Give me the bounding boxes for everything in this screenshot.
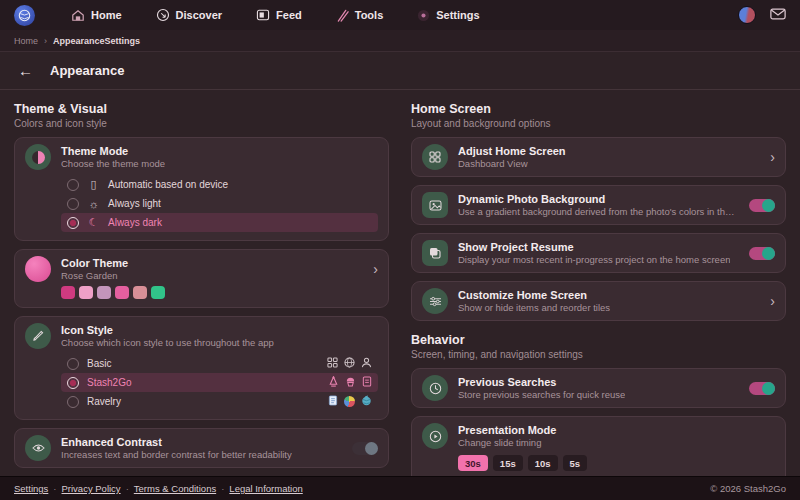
footer-links: Settings · Privacy Policy · Terms & Cond… xyxy=(14,483,303,494)
swatch-pink xyxy=(115,286,129,299)
grid-icon xyxy=(422,144,448,170)
theme-option-automatic[interactable]: ▯ Automatic based on device xyxy=(61,175,378,194)
theme-option-light[interactable]: ☼ Always light xyxy=(61,194,378,213)
footer-link-privacy[interactable]: Privacy Policy xyxy=(62,483,121,494)
card-title: Previous Searches xyxy=(458,376,625,388)
radio-icon xyxy=(67,358,79,370)
page-icon xyxy=(328,395,338,408)
section-title: Home Screen xyxy=(411,102,786,116)
card-enhanced-contrast: Enhanced Contrast Increases text and bor… xyxy=(14,428,389,468)
clock-icon xyxy=(422,375,448,401)
nav-item-label: Discover xyxy=(176,9,222,21)
timing-chip-30s[interactable]: 30s xyxy=(458,455,488,471)
footer-link-legal[interactable]: Legal Information xyxy=(229,483,302,494)
card-title: Show Project Resume xyxy=(458,241,730,253)
nav-item-tools[interactable]: Tools xyxy=(324,9,396,22)
footer-link-settings[interactable]: Settings xyxy=(14,483,48,494)
card-previous-searches: Previous Searches Store previous searche… xyxy=(411,368,786,408)
breadcrumb-current: AppearanceSettings xyxy=(53,36,140,46)
icon-style-option-basic[interactable]: Basic xyxy=(61,354,378,373)
card-title: Enhanced Contrast xyxy=(61,436,292,448)
card-subtitle: Display your most recent in-progress pro… xyxy=(458,254,730,265)
card-title: Adjust Home Screen xyxy=(458,145,566,157)
nav-item-discover[interactable]: Discover xyxy=(144,8,234,22)
theme-mode-icon xyxy=(25,144,51,170)
card-subtitle: Choose the theme mode xyxy=(61,158,165,169)
option-label: Stash2Go xyxy=(87,377,131,388)
nav-item-label: Settings xyxy=(436,9,479,21)
timing-chip-10s[interactable]: 10s xyxy=(528,455,558,471)
card-adjust-home-screen[interactable]: Adjust Home Screen Dashboard View › xyxy=(411,137,786,177)
project-resume-toggle[interactable] xyxy=(749,247,775,260)
section-title: Behavior xyxy=(411,333,786,347)
timing-chips: 30s 15s 10s 5s xyxy=(458,455,775,471)
sun-icon: ☼ xyxy=(87,198,100,210)
dynamic-photo-toggle[interactable] xyxy=(749,199,775,212)
mail-icon[interactable] xyxy=(770,6,786,24)
top-nav: Home Discover Feed Tools Settings xyxy=(0,0,800,30)
section-title: Theme & Visual xyxy=(14,102,389,116)
card-value: Rose Garden xyxy=(61,270,128,281)
nav-item-settings[interactable]: Settings xyxy=(405,9,491,22)
theme-option-dark[interactable]: ☾ Always dark xyxy=(61,213,378,232)
timing-chip-5s[interactable]: 5s xyxy=(563,455,588,471)
nav-item-home[interactable]: Home xyxy=(59,9,134,22)
section-subtitle: Colors and icon style xyxy=(14,118,389,129)
icon-style-icon xyxy=(25,323,51,349)
card-icon-style: Icon Style Choose which icon style to us… xyxy=(14,316,389,420)
page-footer: Settings · Privacy Policy · Terms & Cond… xyxy=(0,476,800,500)
app-logo-icon[interactable] xyxy=(14,5,35,26)
nav-item-feed[interactable]: Feed xyxy=(244,9,314,21)
card-title: Dynamic Photo Background xyxy=(458,193,739,205)
enhanced-contrast-toggle[interactable] xyxy=(352,442,378,455)
ravelry-preview-icons xyxy=(328,395,372,408)
swatch-magenta xyxy=(61,286,75,299)
breadcrumb-separator: › xyxy=(44,36,47,46)
back-button[interactable]: ← xyxy=(18,62,33,79)
card-subtitle: Show or hide items and reorder tiles xyxy=(458,302,610,313)
page-title: Appearance xyxy=(50,63,124,78)
swatch-rose xyxy=(133,286,147,299)
breadcrumb-root[interactable]: Home xyxy=(14,36,38,46)
timing-chip-15s[interactable]: 15s xyxy=(493,455,523,471)
card-subtitle: Choose which icon style to use throughou… xyxy=(61,337,274,348)
section-subtitle: Layout and background options xyxy=(411,118,786,129)
card-title: Color Theme xyxy=(61,257,128,269)
globe-icon xyxy=(344,357,355,370)
card-title: Presentation Mode xyxy=(458,424,556,436)
card-color-theme[interactable]: Color Theme Rose Garden › xyxy=(14,249,389,308)
phone-icon: ▯ xyxy=(87,178,100,191)
play-icon xyxy=(422,423,448,449)
discover-icon xyxy=(156,8,170,22)
basic-preview-icons xyxy=(327,357,372,370)
user-avatar[interactable] xyxy=(738,6,756,24)
footer-separator: · xyxy=(126,483,129,494)
card-subtitle: Use a gradient background derived from t… xyxy=(458,206,739,217)
card-dynamic-photo: Dynamic Photo Background Use a gradient … xyxy=(411,185,786,225)
radio-icon xyxy=(67,179,79,191)
icon-style-option-stash2go[interactable]: Stash2Go xyxy=(61,373,378,392)
option-label: Basic xyxy=(87,358,111,369)
option-label: Ravelry xyxy=(87,396,121,407)
swatch-green xyxy=(151,286,165,299)
card-theme-mode: Theme Mode Choose the theme mode ▯ Autom… xyxy=(14,137,389,241)
color-theme-icon xyxy=(25,256,51,282)
footer-link-terms[interactable]: Terms & Conditions xyxy=(134,483,216,494)
card-title: Customize Home Screen xyxy=(458,289,610,301)
section-subtitle: Screen, timing, and navigation settings xyxy=(411,349,786,360)
right-column: Home Screen Layout and background option… xyxy=(411,100,786,500)
option-label: Automatic based on device xyxy=(108,179,228,190)
chevron-right-icon: › xyxy=(770,294,775,308)
card-value: Dashboard View xyxy=(458,158,566,169)
card-project-resume: Show Project Resume Display your most re… xyxy=(411,233,786,273)
card-subtitle: Increases text and border contrast for b… xyxy=(61,449,292,460)
card-customize-home[interactable]: Customize Home Screen Show or hide items… xyxy=(411,281,786,321)
person-icon xyxy=(361,357,372,370)
color-swatches xyxy=(61,286,378,299)
stash2go-preview-icons xyxy=(328,376,372,389)
card-title: Theme Mode xyxy=(61,145,165,157)
pattern-doc-icon xyxy=(362,376,372,389)
nav-item-label: Feed xyxy=(276,9,302,21)
previous-searches-toggle[interactable] xyxy=(749,382,775,395)
icon-style-option-ravelry[interactable]: Ravelry xyxy=(61,392,378,411)
